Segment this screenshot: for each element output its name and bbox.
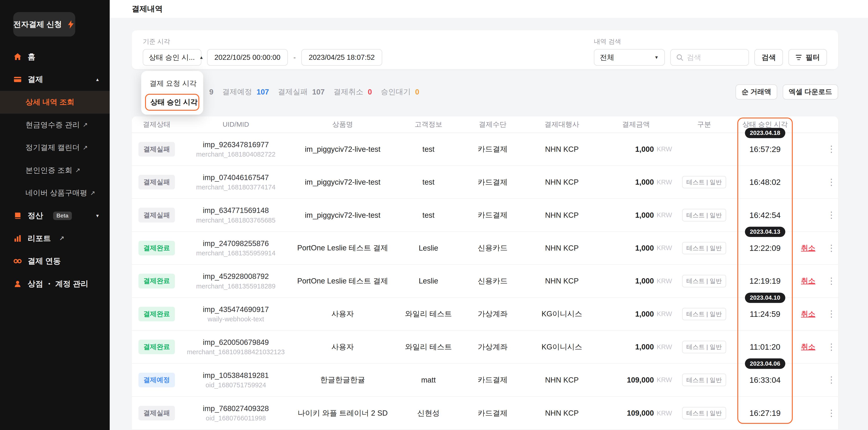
sidebar-nav: 홈 결제 ▲ 상세 내역 조회 현금영수증 관리 ↗ 정기결제 캘린더 ↗ (0, 46, 110, 295)
status-cell: 결제실패 (132, 142, 182, 156)
filter-button[interactable]: 필터 (788, 49, 827, 66)
sidebar-item-home[interactable]: 홈 (0, 46, 110, 68)
external-link-icon: ↗ (75, 167, 80, 174)
table-row[interactable]: 결제실패imp_634771569148merchant_16818037656… (132, 199, 838, 232)
caret-up-icon: ▲ (199, 55, 204, 60)
currency-label: KRW (657, 376, 672, 384)
status-tab-pending[interactable]: 승인대기0 (381, 87, 420, 97)
status-cell: 결제실패 (132, 208, 182, 222)
method-cell: 신용카드 (462, 276, 524, 286)
search-scope-value: 전체 (600, 53, 614, 62)
beta-badge: Beta (53, 211, 72, 220)
approved-time-cell: 16:48:02 (739, 178, 792, 187)
status-badge: 결제실패 (138, 208, 175, 222)
kebab-menu-icon[interactable]: ⋮ (827, 277, 836, 286)
table-row[interactable]: 결제실패imp_768027409328oid_1680766011998나이키… (132, 397, 838, 430)
more-cell: ⋮ (825, 211, 838, 220)
cancel-cell: 취소 (792, 309, 825, 319)
status-tab-failed[interactable]: 결제실패107 (278, 87, 324, 97)
excel-download-button[interactable]: 엑셀 다운로드 (783, 84, 838, 99)
method-cell: 신용카드 (462, 243, 524, 253)
kebab-menu-icon[interactable]: ⋮ (827, 145, 836, 153)
kebab-menu-icon[interactable]: ⋮ (827, 343, 836, 351)
sidebar-item-payments[interactable]: 결제 ▲ (0, 68, 110, 91)
cancel-cell: 취소 (792, 342, 825, 352)
pg-cell: NHN KCP (524, 178, 600, 187)
pg-cell: NHN KCP (524, 277, 600, 285)
merchant-uid: merchant_1681804082722 (196, 151, 276, 158)
dropdown-option-approval-time[interactable]: 상태 승인 시각 (145, 94, 199, 111)
search-input[interactable] (687, 53, 743, 62)
cancel-link[interactable]: 취소 (801, 309, 815, 319)
table-row[interactable]: 결제실패imp_074046167547merchant_16818037741… (132, 166, 838, 199)
dropdown-option-request-time[interactable]: 결제 요청 시각 (145, 75, 199, 92)
kebab-menu-icon[interactable]: ⋮ (827, 178, 836, 187)
sidebar-item-integration[interactable]: 결제 연동 (0, 250, 110, 273)
sidebar-item-detail-history[interactable]: 상세 내역 조회 (0, 91, 110, 114)
kebab-menu-icon[interactable]: ⋮ (827, 211, 836, 220)
approved-time-cell: 16:27:19 (739, 408, 792, 418)
sidebar-item-settlement[interactable]: 정산 Beta ▼ (0, 204, 110, 227)
product-name: 사용자 (331, 342, 354, 352)
method-cell: 가상계좌 (462, 309, 524, 319)
sidebar-item-report[interactable]: 리포트 ↗ (0, 227, 110, 250)
table-row[interactable]: 결제완료imp_452928008792merchant_16813559182… (132, 265, 838, 297)
date-from-input[interactable]: 2022/10/25 00:00:00 (207, 49, 288, 66)
table-row[interactable]: 2023.04.18결제실패imp_926347816977merchant_1… (132, 133, 838, 166)
product-cell: im_piggyciv72-live-test (290, 178, 395, 187)
e-payment-apply-button[interactable]: 전자결제 신청 (13, 12, 75, 36)
search-button[interactable]: 검색 (754, 49, 783, 66)
sidebar-item-naver-reviews[interactable]: 네이버 상품구매평 ↗ (0, 182, 110, 204)
payment-method: 카드결제 (478, 177, 508, 188)
kebab-menu-icon[interactable]: ⋮ (827, 409, 836, 418)
amount-value: 1,000 (635, 178, 654, 187)
time-type-select[interactable]: 상태 승인 시... ▲ (143, 49, 202, 66)
division-badge: 테스트 | 일반 (682, 209, 726, 221)
currency-label: KRW (657, 244, 672, 252)
sidebar-item-subscription-calendar[interactable]: 정기결제 캘린더 ↗ (0, 136, 110, 159)
customer-info: test (422, 145, 434, 153)
col-header-status: 결제상태 (132, 120, 182, 129)
cancel-link[interactable]: 취소 (801, 342, 815, 352)
cancel-cell: 취소 (792, 243, 825, 253)
table-row[interactable]: 2023.04.06결제예정imp_105384819281oid_168075… (132, 364, 838, 397)
payment-method: 가상계좌 (478, 309, 508, 319)
payment-method: 신용카드 (478, 276, 508, 286)
status-cell: 결제예정 (132, 373, 182, 387)
kebab-menu-icon[interactable]: ⋮ (827, 310, 836, 318)
currency-label: KRW (657, 277, 672, 285)
table-row[interactable]: 2023.04.13결제완료imp_247098255876merchant_1… (132, 232, 838, 265)
date-chip: 2023.04.06 (745, 359, 785, 369)
status-tab[interactable]: 9 (205, 88, 214, 96)
sidebar-item-cash-receipt[interactable]: 현금영수증 관리 ↗ (0, 114, 110, 137)
cancel-link[interactable]: 취소 (801, 276, 815, 286)
status-tab-scheduled[interactable]: 결제예정107 (222, 87, 269, 97)
division-badge: 테스트 | 일반 (682, 308, 726, 320)
status-cell: 결제완료 (132, 307, 182, 321)
link-icon (13, 257, 22, 266)
customer-cell: 신현성 (395, 408, 462, 418)
status-cell: 결제실패 (132, 175, 182, 190)
approved-time: 12:19:19 (749, 277, 781, 286)
kebab-menu-icon[interactable]: ⋮ (827, 375, 836, 384)
method-cell: 가상계좌 (462, 342, 524, 352)
kebab-menu-icon[interactable]: ⋮ (827, 244, 836, 253)
cancel-link[interactable]: 취소 (801, 243, 815, 253)
external-link-icon: ↗ (83, 144, 88, 151)
amount-value: 1,000 (635, 277, 654, 285)
table-row[interactable]: 2023.04.10결제완료imp_435474690917waily-webh… (132, 298, 838, 331)
sidebar-item-identity-verification[interactable]: 본인인증 조회 ↗ (0, 159, 110, 182)
date-to-input[interactable]: 2023/04/25 18:07:52 (301, 49, 382, 66)
status-badge: 결제예정 (138, 373, 175, 387)
search-scope-select[interactable]: 전체 ▼ (594, 49, 665, 66)
payment-method: 카드결제 (478, 144, 508, 154)
merchant-uid: waily-webhook-text (208, 315, 264, 323)
table-row[interactable]: 결제완료imp_620050679849merchant_16810918842… (132, 331, 838, 364)
net-amount-button[interactable]: 순 거래액 (736, 84, 777, 99)
table-header: 결제상태 UID/MID 상품명 고객정보 결제수단 결제대행사 결제금액 구분… (132, 116, 838, 133)
sidebar-item-store-account[interactable]: 상점 ・ 계정 관리 (0, 273, 110, 295)
uid-cell: imp_105384819281oid_1680751759924 (182, 371, 290, 389)
status-tab-cancelled[interactable]: 결제취소0 (334, 87, 372, 97)
col-header-uid: UID/MID (182, 120, 290, 128)
customer-cell: 와일리 테스트 (395, 309, 462, 319)
